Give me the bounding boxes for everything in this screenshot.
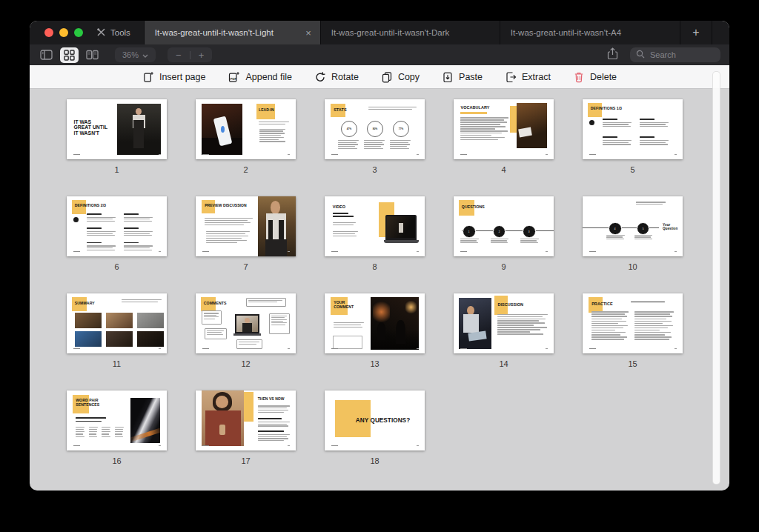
page-cell-13: YOURCOMMENT13 — [325, 293, 425, 368]
search-icon — [636, 48, 645, 61]
page-cell-12: COMMENTS12 — [196, 293, 296, 368]
slide-title: DISCUSSION — [497, 302, 548, 307]
page-thumbnail-1[interactable]: IT WASGREAT UNTILIT WASN'T — [67, 99, 167, 159]
page-thumbnail-6[interactable]: DEFINITIONS 2/3 — [67, 196, 167, 256]
document-tab-2[interactable]: It-was-great-until-it-wasn't-Dark — [320, 21, 500, 44]
insert-page-icon — [142, 71, 154, 83]
photo-laptop-presenter — [233, 314, 260, 337]
timeline-node: 3 — [523, 225, 536, 239]
page-thumbnail-12[interactable]: COMMENTS — [196, 293, 296, 353]
slide-title: THEN VS NOW — [258, 397, 290, 402]
tools-icon — [96, 27, 106, 39]
page-thumbnail-14[interactable]: DISCUSSION — [454, 293, 554, 353]
thumbnail-grid: IT WASGREAT UNTILIT WASN'T1LEAD-IN2STATS… — [30, 89, 729, 468]
text-lines — [634, 235, 652, 241]
page-number: 16 — [67, 456, 167, 465]
stat-circle: 80% — [367, 121, 383, 137]
accent-underline — [460, 112, 486, 114]
delete-button[interactable]: Delete — [573, 71, 617, 83]
insert-page-button[interactable]: Insert page — [142, 71, 206, 83]
rotate-button[interactable]: Rotate — [314, 71, 359, 83]
page-thumbnail-15[interactable]: PRACTICE — [583, 293, 683, 353]
page-thumbnail-7[interactable]: PREVIEW DISCUSSION — [196, 196, 296, 256]
text-lines — [606, 235, 624, 241]
page-cell-2: LEAD-IN2 — [196, 99, 296, 174]
text-lines — [603, 140, 632, 146]
slide-title: WORD PAIRSENTENCES — [76, 399, 110, 408]
slide-title: ANY QUESTIONS? — [356, 417, 422, 424]
new-tab-button[interactable]: + — [680, 21, 712, 44]
zoom-in-button[interactable]: + — [190, 50, 213, 61]
text-lines — [258, 434, 290, 442]
extract-button[interactable]: Extract — [505, 71, 551, 83]
page-thumbnail-18[interactable]: ANY QUESTIONS? — [325, 390, 425, 450]
page-thumbnail-9[interactable]: QUESTIONS123 — [454, 196, 554, 256]
slide-title: YourQuestion — [663, 223, 680, 230]
action-label: Rotate — [331, 72, 359, 82]
page-cell-15: PRACTICE15 — [583, 293, 683, 368]
page-thumbnail-5[interactable]: DEFINITIONS 1/3 — [583, 99, 683, 159]
page-thumbnail-17[interactable]: THEN VS NOW — [196, 390, 296, 450]
page-thumbnail-4[interactable]: VOCABULARY — [454, 99, 554, 159]
text-lines — [76, 427, 84, 439]
two-page-view-button[interactable] — [83, 47, 102, 63]
vertical-scrollbar[interactable] — [712, 71, 720, 485]
photo-summary-clip-4 — [75, 331, 102, 347]
page-thumbnail-3[interactable]: STATS47%80%77% — [325, 99, 425, 159]
text-lines — [258, 422, 290, 428]
close-window-button[interactable] — [44, 28, 53, 37]
page-cell-16: WORD PAIRSENTENCES16 — [67, 390, 167, 465]
page-thumbnail-13[interactable]: YOURCOMMENT — [325, 293, 425, 353]
page-number: 15 — [583, 359, 683, 368]
minimize-window-button[interactable] — [59, 28, 68, 37]
document-tab-1[interactable]: It-was-great-until-it-wasn't-Light× — [144, 21, 320, 44]
text-lines — [368, 107, 417, 111]
sidebar-toggle-button[interactable] — [37, 47, 56, 63]
zoom-level-dropdown[interactable]: 36% — [115, 47, 156, 62]
share-button[interactable] — [607, 47, 618, 63]
timeline-node: 5 — [637, 222, 650, 236]
thumbnail-grid-view-button[interactable] — [60, 47, 79, 63]
page-thumbnail-11[interactable]: SUMMARY — [67, 293, 167, 353]
tab-label: It-was-great-until-it-wasn't-A4 — [511, 28, 621, 37]
photo-hand-holding-phone — [202, 104, 242, 156]
photo-summary-clip-3 — [137, 313, 164, 328]
page-cell-4: VOCABULARY4 — [454, 99, 554, 174]
text-lines — [636, 202, 666, 205]
photo-person-at-laptop-night — [459, 298, 492, 350]
page-number: 7 — [196, 262, 296, 271]
text-lines — [497, 314, 548, 336]
copy-button[interactable]: Copy — [381, 71, 420, 83]
page-cell-14: DISCUSSION14 — [454, 293, 554, 368]
page-thumbnail-2[interactable]: LEAD-IN — [196, 99, 296, 159]
text-lines — [115, 427, 124, 439]
page-thumbnail-16[interactable]: WORD PAIRSENTENCES — [67, 390, 167, 450]
page-number: 6 — [67, 262, 167, 271]
action-label: Copy — [398, 72, 420, 82]
tab-close-icon[interactable]: × — [298, 28, 311, 38]
page-number: 10 — [583, 262, 683, 271]
comment-box — [236, 339, 262, 348]
slide-title: PREVIEW DISCUSSION — [205, 204, 247, 208]
text-lines — [334, 322, 364, 329]
photo-summary-clip-5 — [106, 331, 133, 347]
action-label: Paste — [459, 72, 483, 82]
search-field[interactable] — [630, 47, 720, 62]
text-lines — [364, 140, 385, 150]
zoom-window-button[interactable] — [74, 28, 83, 37]
tools-button[interactable]: Tools — [95, 21, 144, 44]
edit-toolbar: Insert pagePDFAppend fileRotateCopyPaste… — [30, 65, 729, 89]
slide-title: YOURCOMMENT — [334, 301, 364, 310]
page-thumbnail-10[interactable]: 45YourQuestion — [583, 196, 683, 256]
page-thumbnail-8[interactable]: VIDEO — [325, 196, 425, 256]
document-tab-3[interactable]: It-was-great-until-it-wasn't-A4 — [500, 21, 680, 44]
text-lines — [89, 427, 98, 439]
tab-label: It-was-great-until-it-wasn't-Dark — [331, 28, 449, 37]
search-input[interactable] — [649, 50, 715, 60]
page-cell-3: STATS47%80%77%3 — [325, 99, 425, 174]
paste-button[interactable]: Paste — [442, 71, 483, 83]
zoom-out-button[interactable]: − — [168, 50, 190, 61]
text-lines — [333, 222, 356, 227]
append-file-button[interactable]: PDFAppend file — [228, 71, 292, 83]
zoom-level-value: 36% — [122, 50, 139, 59]
